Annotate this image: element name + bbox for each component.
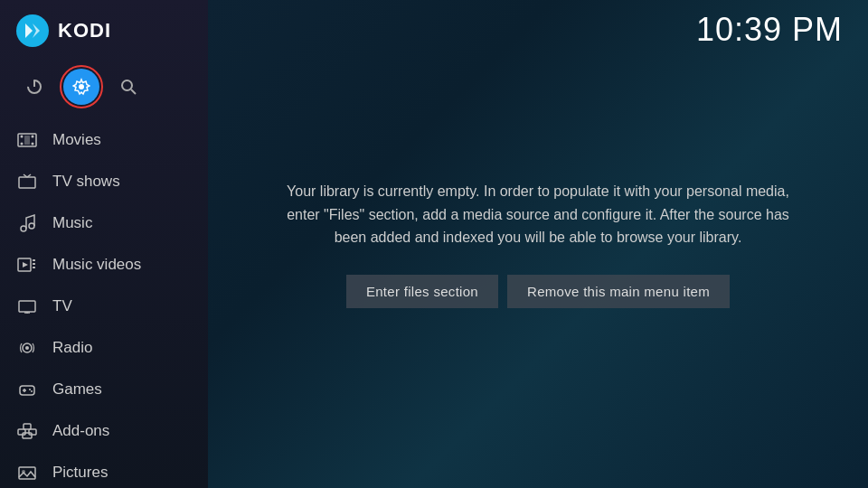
pictures-icon bbox=[16, 462, 38, 483]
library-message-text: Your library is currently empty. In orde… bbox=[280, 180, 796, 249]
radio-label: Radio bbox=[52, 339, 92, 357]
svg-point-6 bbox=[122, 80, 132, 90]
pictures-label: Pictures bbox=[52, 464, 108, 482]
svg-rect-23 bbox=[33, 267, 35, 268]
svg-point-32 bbox=[29, 389, 31, 390]
svg-point-33 bbox=[31, 390, 33, 392]
power-button[interactable] bbox=[16, 69, 52, 105]
sidebar-item-radio[interactable]: Radio bbox=[0, 327, 208, 369]
svg-point-5 bbox=[79, 84, 84, 89]
remove-menu-item-button[interactable]: Remove this main menu item bbox=[507, 275, 730, 308]
svg-point-28 bbox=[25, 346, 29, 350]
svg-marker-20 bbox=[23, 262, 28, 267]
search-icon bbox=[119, 78, 137, 96]
movies-icon bbox=[16, 129, 38, 151]
action-buttons-container: Enter files section Remove this main men… bbox=[346, 275, 730, 308]
add-ons-label: Add-ons bbox=[52, 422, 109, 440]
svg-rect-34 bbox=[18, 429, 25, 435]
nav-menu: Movies TV shows Music Music videos TV bbox=[0, 119, 208, 488]
svg-rect-22 bbox=[33, 263, 35, 265]
music-videos-icon bbox=[16, 254, 38, 276]
kodi-logo-icon bbox=[16, 14, 49, 47]
svg-rect-36 bbox=[29, 429, 36, 435]
radio-icon bbox=[16, 337, 38, 359]
svg-point-12 bbox=[32, 143, 34, 145]
svg-point-9 bbox=[21, 136, 24, 138]
sidebar-item-games[interactable]: Games bbox=[0, 369, 208, 410]
svg-rect-21 bbox=[33, 259, 35, 261]
tv-shows-label: TV shows bbox=[52, 173, 120, 191]
tv-icon bbox=[16, 296, 38, 317]
library-empty-message: Your library is currently empty. In orde… bbox=[208, 0, 868, 488]
music-icon bbox=[16, 212, 38, 234]
games-icon bbox=[16, 379, 38, 400]
svg-line-7 bbox=[131, 89, 136, 94]
sidebar-item-movies[interactable]: Movies bbox=[0, 119, 208, 161]
svg-rect-24 bbox=[19, 301, 35, 312]
svg-point-18 bbox=[29, 223, 34, 229]
sidebar-item-tv-shows[interactable]: TV shows bbox=[0, 161, 208, 202]
music-videos-label: Music videos bbox=[52, 256, 141, 274]
settings-icon bbox=[72, 78, 90, 96]
tv-shows-icon bbox=[16, 171, 38, 192]
add-ons-icon bbox=[16, 420, 38, 442]
app-title: KODI bbox=[58, 19, 111, 42]
sidebar-icon-bar bbox=[0, 61, 208, 119]
sidebar-item-add-ons[interactable]: Add-ons bbox=[0, 410, 208, 452]
music-label: Music bbox=[52, 214, 92, 232]
svg-rect-14 bbox=[19, 177, 35, 188]
tv-label: TV bbox=[52, 297, 72, 315]
svg-point-17 bbox=[21, 226, 26, 231]
svg-rect-29 bbox=[20, 386, 34, 395]
clock-display: 10:39 PM bbox=[696, 11, 843, 49]
sidebar-header: KODI bbox=[0, 0, 208, 61]
main-content: 10:39 PM Your library is currently empty… bbox=[208, 0, 868, 488]
settings-button[interactable] bbox=[63, 69, 99, 105]
svg-point-11 bbox=[21, 143, 24, 145]
svg-rect-37 bbox=[24, 424, 31, 429]
svg-point-10 bbox=[32, 136, 34, 138]
enter-files-button[interactable]: Enter files section bbox=[346, 275, 498, 308]
power-icon bbox=[25, 78, 43, 96]
sidebar-item-music[interactable]: Music bbox=[0, 202, 208, 244]
sidebar-item-pictures[interactable]: Pictures bbox=[0, 452, 208, 488]
svg-rect-35 bbox=[23, 433, 32, 438]
sidebar-item-tv[interactable]: TV bbox=[0, 286, 208, 327]
movies-label: Movies bbox=[52, 131, 101, 149]
sidebar: KODI bbox=[0, 0, 208, 488]
svg-rect-13 bbox=[24, 136, 30, 145]
search-button[interactable] bbox=[110, 69, 146, 105]
sidebar-item-music-videos[interactable]: Music videos bbox=[0, 244, 208, 286]
games-label: Games bbox=[52, 380, 102, 399]
